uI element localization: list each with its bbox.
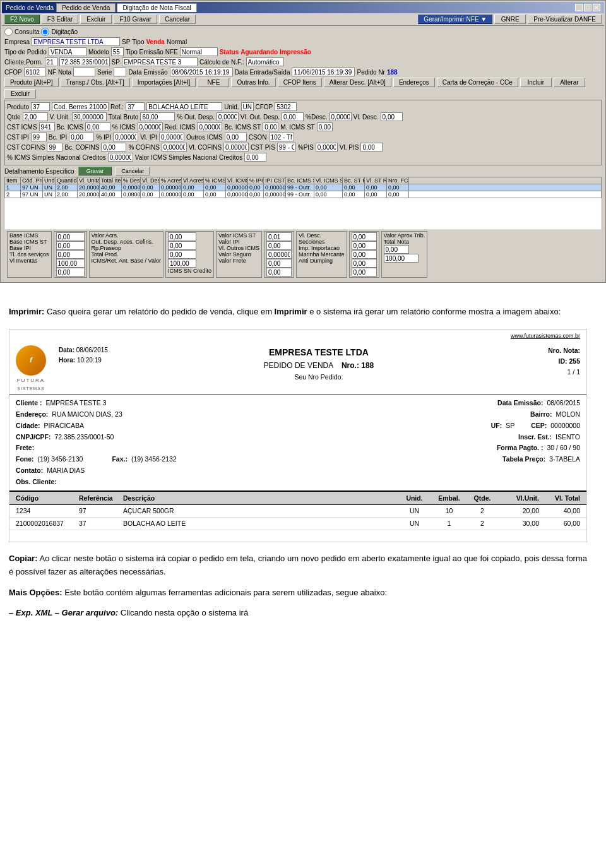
input-secciones-val[interactable] bbox=[352, 241, 377, 250]
input-total-prod-val[interactable] bbox=[168, 259, 196, 268]
radio-consulta[interactable] bbox=[4, 28, 13, 36]
input-cst-cofins[interactable] bbox=[47, 143, 62, 152]
input-perc-icms[interactable] bbox=[138, 122, 163, 131]
btn-alterar[interactable]: Alterar bbox=[554, 78, 585, 87]
btn-cfop-itens[interactable]: CFOP Itens bbox=[278, 78, 322, 87]
input-perc-cofins[interactable] bbox=[162, 143, 187, 152]
btn-gerar-nfe[interactable]: Gerar/Imprimir NFE ▼ bbox=[418, 15, 492, 24]
input-desc-perc[interactable] bbox=[330, 112, 352, 121]
input-cfop2[interactable] bbox=[275, 102, 297, 111]
input-empresa[interactable] bbox=[32, 37, 120, 46]
input-cst-ipi[interactable] bbox=[31, 133, 47, 141]
btn-excluir[interactable]: Excluir bbox=[80, 15, 112, 24]
input-seguro-val[interactable] bbox=[266, 259, 292, 268]
maximize-btn[interactable]: □ bbox=[584, 4, 591, 11]
input-perc-pis[interactable] bbox=[316, 143, 338, 152]
input-ipi-val[interactable] bbox=[266, 241, 292, 250]
btn-nfe[interactable]: NFE bbox=[198, 78, 229, 87]
btn-transp[interactable]: Transp./ Obs. [Alt+T] bbox=[61, 78, 130, 87]
input-vl-desc[interactable] bbox=[381, 112, 403, 121]
input-data-entrada[interactable] bbox=[292, 68, 355, 76]
input-produto-perc[interactable] bbox=[31, 102, 50, 111]
input-cliente-nome[interactable] bbox=[122, 57, 198, 66]
input-outros-icms-val[interactable] bbox=[266, 250, 292, 259]
btn-pre-visualizar[interactable]: Pre-Visualizar DANFE bbox=[528, 15, 602, 24]
input-icms-st-val[interactable] bbox=[266, 232, 292, 241]
input-outros-icms[interactable] bbox=[225, 133, 247, 141]
input-base-icms-val[interactable] bbox=[56, 232, 85, 241]
input-tl-servicos-val[interactable] bbox=[56, 259, 85, 268]
input-vl-inventas-val[interactable] bbox=[56, 268, 85, 276]
input-cst-icms[interactable] bbox=[39, 122, 55, 131]
input-vl-ipi[interactable] bbox=[159, 133, 184, 141]
radio-digitacao[interactable] bbox=[41, 28, 49, 36]
input-v-unit[interactable] bbox=[72, 112, 107, 121]
btn-importacao[interactable]: Importações [Alt+I] bbox=[132, 78, 196, 87]
input-produto-cod[interactable] bbox=[52, 102, 109, 111]
input-unid[interactable] bbox=[241, 102, 254, 111]
input-red-icms[interactable] bbox=[197, 122, 222, 131]
input-base-icms-st-val[interactable] bbox=[56, 241, 85, 250]
label-cst-icms: CST ICMS bbox=[7, 124, 37, 131]
input-rp-val[interactable] bbox=[168, 250, 196, 259]
input-bc-ipi[interactable] bbox=[69, 133, 94, 141]
btn-alterar-desc[interactable]: Alterar Desc. [Alt+0] bbox=[324, 78, 391, 87]
input-calculo-nf[interactable] bbox=[246, 57, 284, 66]
btn-enderecos[interactable]: Endereços bbox=[393, 78, 435, 87]
btn-incluir[interactable]: Incluir bbox=[520, 78, 552, 87]
btn-produto-at[interactable]: Produto [Alt+P] bbox=[4, 78, 59, 87]
btn-excluir2[interactable]: Excluir bbox=[4, 89, 36, 98]
input-vl-cofins[interactable] bbox=[223, 143, 249, 152]
input-out-desp-val2[interactable] bbox=[168, 241, 196, 250]
input-cliente-cnpj[interactable] bbox=[59, 57, 110, 66]
close-btn[interactable]: ✕ bbox=[593, 4, 600, 11]
input-tipo-pedido[interactable] bbox=[49, 47, 86, 56]
input-out-desp-perc[interactable] bbox=[217, 112, 239, 121]
input-cfop[interactable] bbox=[24, 68, 46, 76]
input-cst-pis[interactable] bbox=[277, 143, 296, 152]
input-aprox-trib-val[interactable] bbox=[384, 245, 409, 254]
input-nf[interactable] bbox=[73, 68, 95, 76]
input-frete-val[interactable] bbox=[266, 268, 292, 276]
input-base-ipi-val[interactable] bbox=[56, 250, 85, 259]
btn-f10-gravar[interactable]: F10 Gravar bbox=[114, 15, 157, 24]
btn-gnre[interactable]: GNRE bbox=[494, 15, 526, 24]
btn-f3-editar[interactable]: F3 Editar bbox=[42, 15, 79, 24]
input-total-bruto[interactable] bbox=[140, 112, 175, 121]
input-tipo-emissao[interactable] bbox=[180, 47, 218, 56]
input-qtde[interactable] bbox=[23, 112, 48, 121]
input-out-desp-val[interactable] bbox=[282, 112, 304, 121]
input-bc-icms-st[interactable] bbox=[263, 122, 278, 131]
input-vl-desc-val[interactable] bbox=[352, 232, 377, 241]
btn-cancelar-detail[interactable]: Cancelar bbox=[116, 167, 150, 175]
grid-row-1[interactable]: 1 97 UN UN 2,00 20,00000 40,00 0,00000 0… bbox=[4, 184, 602, 191]
input-imp-imp-val[interactable] bbox=[352, 250, 377, 259]
input-ref[interactable] bbox=[126, 102, 145, 111]
input-perc-ipi[interactable] bbox=[113, 133, 138, 141]
input-serie[interactable] bbox=[114, 68, 126, 76]
btn-cancelar[interactable]: Cancelar bbox=[159, 15, 196, 24]
input-icms-simples[interactable] bbox=[108, 153, 133, 162]
input-data-emissao[interactable] bbox=[170, 68, 233, 76]
input-vl-pis[interactable] bbox=[360, 143, 383, 152]
input-cliente-num[interactable] bbox=[45, 57, 57, 66]
input-anti-dump-val[interactable] bbox=[352, 268, 377, 276]
input-bc-cofins[interactable] bbox=[101, 143, 126, 152]
minimize-btn[interactable]: _ bbox=[575, 4, 583, 11]
btn-outras-info[interactable]: Outras Info. bbox=[231, 78, 275, 87]
input-valor-icms-simples[interactable] bbox=[244, 153, 266, 162]
input-total-nota-val[interactable] bbox=[384, 254, 419, 263]
input-vl-acres-val[interactable] bbox=[168, 232, 196, 241]
input-m-icms-st[interactable] bbox=[317, 122, 333, 131]
tab-digitacao[interactable]: Digitação de Nota Fiscal bbox=[117, 3, 196, 12]
btn-gravar-detail[interactable]: Gravar bbox=[78, 167, 112, 175]
input-cson[interactable] bbox=[269, 133, 294, 141]
grid-row-2[interactable]: 2 97 UN UN 2,00 20,00000 40,00 0,08000 0… bbox=[4, 191, 602, 198]
input-produto-nome[interactable] bbox=[146, 102, 222, 111]
btn-carta-correcao[interactable]: Carta de Correção - CCe bbox=[437, 78, 518, 87]
input-marinha-val[interactable] bbox=[352, 259, 377, 268]
btn-f2-novo[interactable]: F2 Novo bbox=[4, 15, 40, 24]
tab-pedido[interactable]: Pedido de Venda bbox=[56, 3, 116, 12]
input-bc-icms[interactable] bbox=[85, 122, 110, 131]
input-modelo[interactable] bbox=[111, 47, 124, 56]
